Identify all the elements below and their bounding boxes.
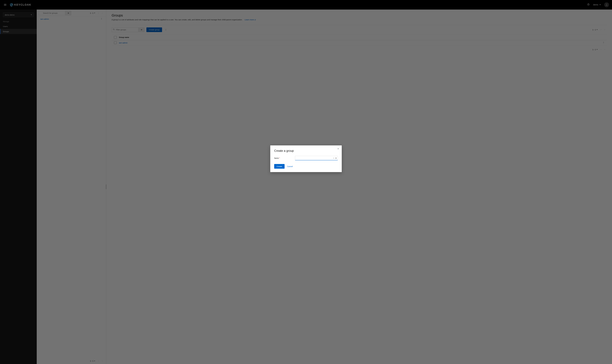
modal-title: Create a group xyxy=(274,149,338,153)
modal-cancel-button[interactable]: Cancel xyxy=(287,165,293,168)
close-icon xyxy=(337,148,339,150)
chevron-right-icon xyxy=(333,157,335,159)
required-indicator: * xyxy=(279,157,280,159)
modal-overlay[interactable]: Create a group Name* Create Cancel xyxy=(0,0,612,364)
create-group-modal: Create a group Name* Create Cancel xyxy=(270,145,342,172)
modal-create-button[interactable]: Create xyxy=(274,164,285,169)
globe-icon xyxy=(335,157,337,159)
group-name-input[interactable] xyxy=(295,156,338,160)
modal-close-button[interactable] xyxy=(337,148,339,150)
name-field-label: Name* xyxy=(274,157,293,159)
